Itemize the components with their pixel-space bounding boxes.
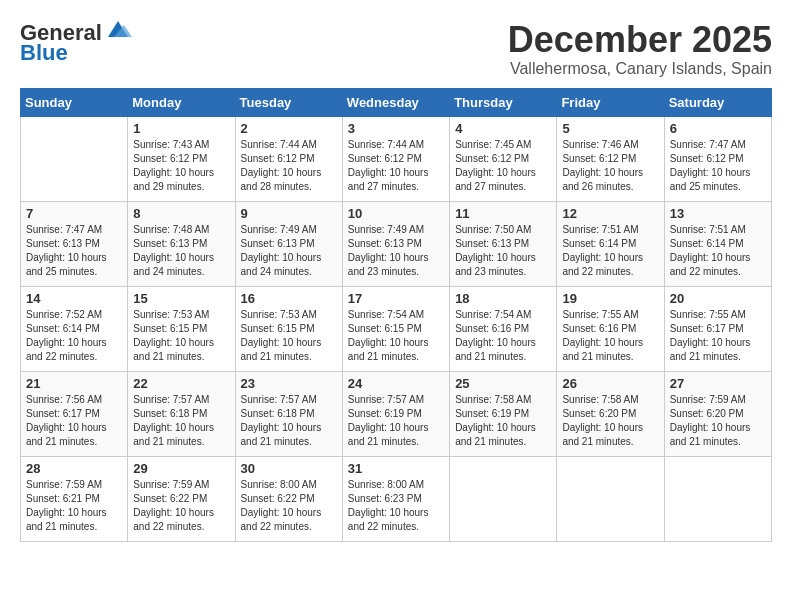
day-number: 24 xyxy=(348,376,444,391)
cell-sun-info: Sunrise: 7:59 AMSunset: 6:20 PMDaylight:… xyxy=(670,393,766,449)
calendar-cell: 12Sunrise: 7:51 AMSunset: 6:14 PMDayligh… xyxy=(557,201,664,286)
calendar-cell: 28Sunrise: 7:59 AMSunset: 6:21 PMDayligh… xyxy=(21,456,128,541)
cell-sun-info: Sunrise: 7:53 AMSunset: 6:15 PMDaylight:… xyxy=(133,308,229,364)
calendar-cell: 23Sunrise: 7:57 AMSunset: 6:18 PMDayligh… xyxy=(235,371,342,456)
day-number: 15 xyxy=(133,291,229,306)
cell-sun-info: Sunrise: 7:59 AMSunset: 6:22 PMDaylight:… xyxy=(133,478,229,534)
day-number: 31 xyxy=(348,461,444,476)
day-number: 10 xyxy=(348,206,444,221)
cell-sun-info: Sunrise: 7:56 AMSunset: 6:17 PMDaylight:… xyxy=(26,393,122,449)
day-number: 27 xyxy=(670,376,766,391)
day-number: 9 xyxy=(241,206,337,221)
calendar-day-header: Thursday xyxy=(450,88,557,116)
calendar-cell: 2Sunrise: 7:44 AMSunset: 6:12 PMDaylight… xyxy=(235,116,342,201)
calendar-cell: 21Sunrise: 7:56 AMSunset: 6:17 PMDayligh… xyxy=(21,371,128,456)
cell-sun-info: Sunrise: 7:46 AMSunset: 6:12 PMDaylight:… xyxy=(562,138,658,194)
cell-sun-info: Sunrise: 7:54 AMSunset: 6:15 PMDaylight:… xyxy=(348,308,444,364)
calendar-cell: 17Sunrise: 7:54 AMSunset: 6:15 PMDayligh… xyxy=(342,286,449,371)
day-number: 29 xyxy=(133,461,229,476)
calendar-cell: 9Sunrise: 7:49 AMSunset: 6:13 PMDaylight… xyxy=(235,201,342,286)
day-number: 4 xyxy=(455,121,551,136)
calendar-week-row: 14Sunrise: 7:52 AMSunset: 6:14 PMDayligh… xyxy=(21,286,772,371)
calendar-day-header: Friday xyxy=(557,88,664,116)
calendar-cell xyxy=(557,456,664,541)
calendar-cell: 19Sunrise: 7:55 AMSunset: 6:16 PMDayligh… xyxy=(557,286,664,371)
calendar-cell: 8Sunrise: 7:48 AMSunset: 6:13 PMDaylight… xyxy=(128,201,235,286)
calendar-cell: 11Sunrise: 7:50 AMSunset: 6:13 PMDayligh… xyxy=(450,201,557,286)
day-number: 11 xyxy=(455,206,551,221)
day-number: 30 xyxy=(241,461,337,476)
calendar-cell: 7Sunrise: 7:47 AMSunset: 6:13 PMDaylight… xyxy=(21,201,128,286)
day-number: 13 xyxy=(670,206,766,221)
cell-sun-info: Sunrise: 7:54 AMSunset: 6:16 PMDaylight:… xyxy=(455,308,551,364)
day-number: 6 xyxy=(670,121,766,136)
calendar-cell: 6Sunrise: 7:47 AMSunset: 6:12 PMDaylight… xyxy=(664,116,771,201)
day-number: 28 xyxy=(26,461,122,476)
day-number: 8 xyxy=(133,206,229,221)
logo-blue-text: Blue xyxy=(20,40,68,66)
day-number: 2 xyxy=(241,121,337,136)
cell-sun-info: Sunrise: 7:55 AMSunset: 6:16 PMDaylight:… xyxy=(562,308,658,364)
calendar-cell: 3Sunrise: 7:44 AMSunset: 6:12 PMDaylight… xyxy=(342,116,449,201)
calendar-cell: 22Sunrise: 7:57 AMSunset: 6:18 PMDayligh… xyxy=(128,371,235,456)
day-number: 22 xyxy=(133,376,229,391)
calendar-table: SundayMondayTuesdayWednesdayThursdayFrid… xyxy=(20,88,772,542)
cell-sun-info: Sunrise: 7:44 AMSunset: 6:12 PMDaylight:… xyxy=(348,138,444,194)
calendar-cell: 31Sunrise: 8:00 AMSunset: 6:23 PMDayligh… xyxy=(342,456,449,541)
calendar-cell: 5Sunrise: 7:46 AMSunset: 6:12 PMDaylight… xyxy=(557,116,664,201)
calendar-cell: 1Sunrise: 7:43 AMSunset: 6:12 PMDaylight… xyxy=(128,116,235,201)
calendar-header-row: SundayMondayTuesdayWednesdayThursdayFrid… xyxy=(21,88,772,116)
calendar-cell: 29Sunrise: 7:59 AMSunset: 6:22 PMDayligh… xyxy=(128,456,235,541)
day-number: 12 xyxy=(562,206,658,221)
calendar-week-row: 1Sunrise: 7:43 AMSunset: 6:12 PMDaylight… xyxy=(21,116,772,201)
day-number: 17 xyxy=(348,291,444,306)
cell-sun-info: Sunrise: 7:50 AMSunset: 6:13 PMDaylight:… xyxy=(455,223,551,279)
calendar-cell: 27Sunrise: 7:59 AMSunset: 6:20 PMDayligh… xyxy=(664,371,771,456)
cell-sun-info: Sunrise: 7:43 AMSunset: 6:12 PMDaylight:… xyxy=(133,138,229,194)
calendar-cell: 15Sunrise: 7:53 AMSunset: 6:15 PMDayligh… xyxy=(128,286,235,371)
day-number: 1 xyxy=(133,121,229,136)
calendar-cell: 13Sunrise: 7:51 AMSunset: 6:14 PMDayligh… xyxy=(664,201,771,286)
day-number: 7 xyxy=(26,206,122,221)
day-number: 14 xyxy=(26,291,122,306)
calendar-cell: 16Sunrise: 7:53 AMSunset: 6:15 PMDayligh… xyxy=(235,286,342,371)
calendar-day-header: Sunday xyxy=(21,88,128,116)
cell-sun-info: Sunrise: 7:57 AMSunset: 6:18 PMDaylight:… xyxy=(241,393,337,449)
calendar-week-row: 7Sunrise: 7:47 AMSunset: 6:13 PMDaylight… xyxy=(21,201,772,286)
cell-sun-info: Sunrise: 7:48 AMSunset: 6:13 PMDaylight:… xyxy=(133,223,229,279)
day-number: 25 xyxy=(455,376,551,391)
cell-sun-info: Sunrise: 7:57 AMSunset: 6:19 PMDaylight:… xyxy=(348,393,444,449)
calendar-cell: 10Sunrise: 7:49 AMSunset: 6:13 PMDayligh… xyxy=(342,201,449,286)
calendar-week-row: 21Sunrise: 7:56 AMSunset: 6:17 PMDayligh… xyxy=(21,371,772,456)
calendar-week-row: 28Sunrise: 7:59 AMSunset: 6:21 PMDayligh… xyxy=(21,456,772,541)
calendar-day-header: Wednesday xyxy=(342,88,449,116)
cell-sun-info: Sunrise: 7:49 AMSunset: 6:13 PMDaylight:… xyxy=(348,223,444,279)
cell-sun-info: Sunrise: 7:52 AMSunset: 6:14 PMDaylight:… xyxy=(26,308,122,364)
cell-sun-info: Sunrise: 8:00 AMSunset: 6:22 PMDaylight:… xyxy=(241,478,337,534)
calendar-cell: 30Sunrise: 8:00 AMSunset: 6:22 PMDayligh… xyxy=(235,456,342,541)
calendar-cell: 18Sunrise: 7:54 AMSunset: 6:16 PMDayligh… xyxy=(450,286,557,371)
calendar-cell xyxy=(21,116,128,201)
day-number: 5 xyxy=(562,121,658,136)
calendar-day-header: Tuesday xyxy=(235,88,342,116)
calendar-cell: 20Sunrise: 7:55 AMSunset: 6:17 PMDayligh… xyxy=(664,286,771,371)
calendar-cell: 4Sunrise: 7:45 AMSunset: 6:12 PMDaylight… xyxy=(450,116,557,201)
cell-sun-info: Sunrise: 7:57 AMSunset: 6:18 PMDaylight:… xyxy=(133,393,229,449)
cell-sun-info: Sunrise: 7:47 AMSunset: 6:12 PMDaylight:… xyxy=(670,138,766,194)
day-number: 20 xyxy=(670,291,766,306)
cell-sun-info: Sunrise: 7:45 AMSunset: 6:12 PMDaylight:… xyxy=(455,138,551,194)
calendar-cell: 24Sunrise: 7:57 AMSunset: 6:19 PMDayligh… xyxy=(342,371,449,456)
day-number: 21 xyxy=(26,376,122,391)
page-title: December 2025 xyxy=(508,20,772,60)
cell-sun-info: Sunrise: 7:55 AMSunset: 6:17 PMDaylight:… xyxy=(670,308,766,364)
day-number: 3 xyxy=(348,121,444,136)
calendar-cell: 14Sunrise: 7:52 AMSunset: 6:14 PMDayligh… xyxy=(21,286,128,371)
cell-sun-info: Sunrise: 7:59 AMSunset: 6:21 PMDaylight:… xyxy=(26,478,122,534)
calendar-cell: 26Sunrise: 7:58 AMSunset: 6:20 PMDayligh… xyxy=(557,371,664,456)
logo-icon xyxy=(104,19,132,41)
cell-sun-info: Sunrise: 7:49 AMSunset: 6:13 PMDaylight:… xyxy=(241,223,337,279)
cell-sun-info: Sunrise: 8:00 AMSunset: 6:23 PMDaylight:… xyxy=(348,478,444,534)
day-number: 16 xyxy=(241,291,337,306)
cell-sun-info: Sunrise: 7:51 AMSunset: 6:14 PMDaylight:… xyxy=(562,223,658,279)
cell-sun-info: Sunrise: 7:44 AMSunset: 6:12 PMDaylight:… xyxy=(241,138,337,194)
